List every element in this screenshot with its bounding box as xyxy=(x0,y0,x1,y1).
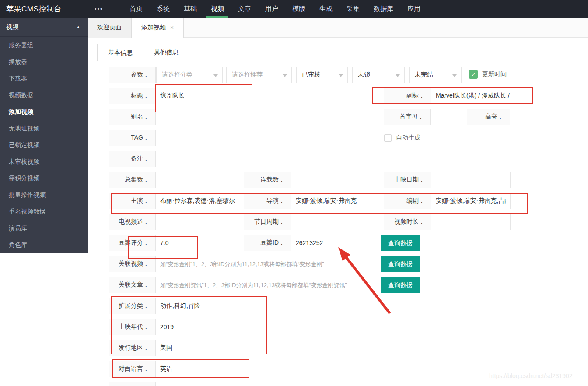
title-input[interactable] xyxy=(156,88,374,104)
total-episodes-label: 总集数： xyxy=(109,172,156,188)
director-field-group: 导演： xyxy=(244,193,375,209)
screenwriter-input[interactable] xyxy=(431,193,510,209)
tv-channel-input[interactable] xyxy=(156,214,239,230)
sidebar-item-server-group[interactable]: 服务器组 xyxy=(0,37,88,53)
form-tabs: 基本信息 其他信息 xyxy=(88,44,588,61)
sidebar-item-video-data[interactable]: 视频数据 xyxy=(0,87,88,103)
complete-status-select[interactable]: 未完结 xyxy=(409,67,462,83)
release-date-field-group: 上映日期： xyxy=(384,172,511,188)
note-input[interactable] xyxy=(156,151,374,167)
initial-input[interactable] xyxy=(430,109,458,125)
tab-other-info[interactable]: 其他信息 xyxy=(144,44,189,61)
tab-add-video[interactable]: 添加视频 × xyxy=(132,18,184,38)
initial-label: 首字母： xyxy=(384,109,430,125)
active-nav-underline xyxy=(206,16,228,18)
tab-close-icon[interactable]: × xyxy=(170,24,174,31)
topnav-app[interactable]: 应用 xyxy=(400,0,427,18)
sidebar-item-duplicate-video[interactable]: 重名视频数据 xyxy=(0,203,88,220)
sidebar-item-batch-video[interactable]: 批量操作视频 xyxy=(0,186,88,203)
auto-generate-checkbox[interactable]: 自动生成 xyxy=(384,134,420,142)
chevron-down-icon xyxy=(339,74,343,77)
tag-label: TAG： xyxy=(109,130,156,146)
release-year-field-group: 上映年代： xyxy=(109,319,375,335)
serial-count-input[interactable] xyxy=(291,172,374,188)
app-title: 苹果CMS控制台 xyxy=(0,4,94,14)
sidebar-item-add-video[interactable]: 添加视频 xyxy=(0,103,88,120)
params-label: 参数： xyxy=(109,67,156,83)
topnav-template[interactable]: 模版 xyxy=(285,0,312,18)
dialogue-language-input[interactable] xyxy=(156,361,374,377)
clipped-field-input[interactable] xyxy=(156,382,374,386)
screenwriter-label: 编剧： xyxy=(384,193,431,209)
sidebar-item-role-library[interactable]: 角色库 xyxy=(0,236,88,253)
sidebar-item-locked-video[interactable]: 已锁定视频 xyxy=(0,137,88,153)
query-douban-button[interactable]: 查询数据 xyxy=(381,235,420,251)
watermark-text: https://blog.csdn.net/sd231902 xyxy=(489,372,573,379)
subtitle-input[interactable] xyxy=(431,88,532,104)
tv-channel-label: 电视频道： xyxy=(109,214,156,230)
tv-channel-field-group: 电视频道： xyxy=(109,214,239,230)
related-video-input[interactable] xyxy=(156,256,374,272)
program-cycle-input[interactable] xyxy=(291,214,374,230)
topnav-home[interactable]: 首页 xyxy=(122,0,150,18)
update-time-checkbox[interactable]: ✓ 更新时间 xyxy=(469,70,507,79)
douban-id-input[interactable] xyxy=(291,235,374,251)
topnav-video[interactable]: 视频 xyxy=(204,0,231,18)
alias-field-group: 别名： xyxy=(109,109,375,125)
release-date-input[interactable] xyxy=(431,172,510,188)
sidebar-item-downloader[interactable]: 下载器 xyxy=(0,70,88,87)
program-cycle-label: 节目周期： xyxy=(244,214,291,230)
title-field-group: 标题： xyxy=(109,88,375,104)
topnav-generate[interactable]: 生成 xyxy=(312,0,340,18)
ext-category-input[interactable] xyxy=(156,298,374,314)
topnav-article[interactable]: 文章 xyxy=(231,0,258,18)
title-label: 标题： xyxy=(109,88,156,104)
tab-welcome[interactable]: 欢迎页面 xyxy=(88,18,132,38)
highlight-input[interactable] xyxy=(510,109,541,125)
lock-status-select[interactable]: 未锁 xyxy=(352,67,405,83)
query-related-video-button[interactable]: 查询数据 xyxy=(381,256,420,272)
duration-input[interactable] xyxy=(431,214,510,230)
topnav-basic[interactable]: 基础 xyxy=(177,0,204,18)
checkbox-unchecked-icon xyxy=(384,134,392,142)
sidebar-item-player[interactable]: 播放器 xyxy=(0,53,88,70)
recommend-select[interactable]: 请选择推荐 xyxy=(226,67,292,83)
douban-score-label: 豆瓣评分： xyxy=(109,235,156,251)
subtitle-label: 副标： xyxy=(384,88,431,104)
director-input[interactable] xyxy=(291,193,374,209)
related-article-input[interactable] xyxy=(156,277,374,293)
topnav-database[interactable]: 数据库 xyxy=(367,0,400,18)
sidebar-item-unreviewed-video[interactable]: 未审核视频 xyxy=(0,153,88,170)
collapse-arrow-icon: ▲ xyxy=(76,25,80,29)
category-select[interactable]: 请选择分类 xyxy=(156,67,223,83)
starring-field-group: 主演： xyxy=(109,193,239,209)
release-year-input[interactable] xyxy=(156,319,374,335)
douban-score-input[interactable] xyxy=(156,235,239,251)
release-region-label: 发行地区： xyxy=(109,340,156,356)
release-date-label: 上映日期： xyxy=(384,172,431,188)
duration-field-group: 视频时长： xyxy=(384,214,511,230)
sidebar-item-actor-library[interactable]: 演员库 xyxy=(0,220,88,236)
related-video-label: 关联视频： xyxy=(109,256,156,272)
release-region-input[interactable] xyxy=(156,340,374,356)
alias-input[interactable] xyxy=(156,109,374,125)
starring-input[interactable] xyxy=(156,193,239,209)
topnav-collect[interactable]: 采集 xyxy=(340,0,367,18)
top-navigation: 首页 系统 基础 视频 文章 用户 模版 生成 采集 数据库 应用 xyxy=(122,0,427,18)
sidebar-item-points-video[interactable]: 需积分视频 xyxy=(0,170,88,186)
douban-score-field-group: 豆瓣评分： xyxy=(109,235,239,251)
tab-basic-info[interactable]: 基本信息 xyxy=(97,44,144,61)
sidebar-item-no-address-video[interactable]: 无地址视频 xyxy=(0,120,88,137)
topnav-user[interactable]: 用户 xyxy=(258,0,285,18)
note-label: 备注： xyxy=(109,151,156,167)
tag-input[interactable] xyxy=(156,130,374,146)
more-menu-icon[interactable]: ••• xyxy=(94,6,122,12)
director-label: 导演： xyxy=(244,193,291,209)
topnav-system[interactable]: 系统 xyxy=(150,0,177,18)
highlight-label: 高亮： xyxy=(467,109,510,125)
total-episodes-input[interactable] xyxy=(156,172,239,188)
sidebar-group-video[interactable]: 视频 ▲ xyxy=(0,18,88,37)
chevron-down-icon xyxy=(214,74,218,77)
query-related-article-button[interactable]: 查询数据 xyxy=(381,277,420,293)
review-status-select[interactable]: 已审核 xyxy=(296,67,348,83)
